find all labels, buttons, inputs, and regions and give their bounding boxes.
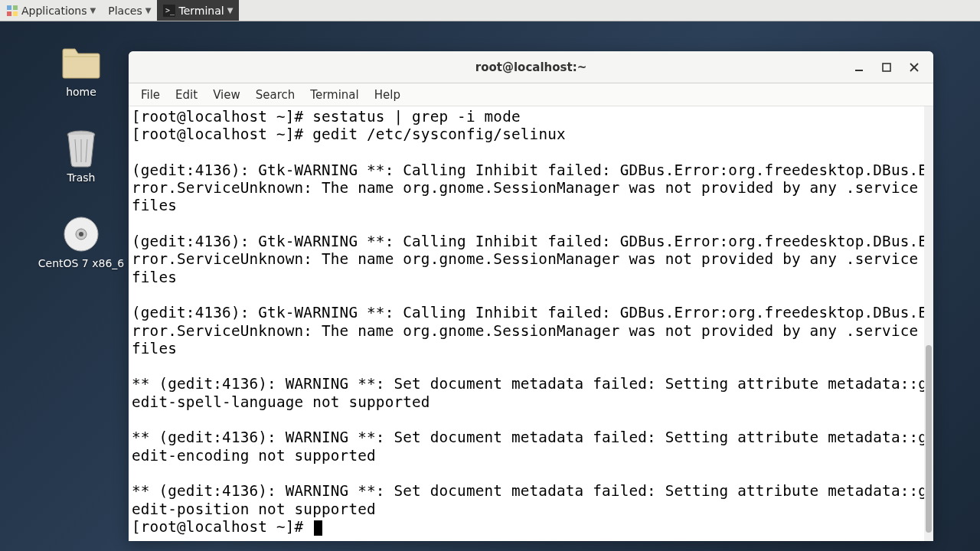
minimize-button[interactable]	[852, 60, 866, 74]
terminal-window: root@localhost:~ File Edit View Search T…	[129, 51, 933, 541]
chevron-down-icon: ▼	[90, 6, 96, 15]
applications-menu[interactable]: Applications ▼	[0, 0, 102, 21]
menu-search[interactable]: Search	[248, 85, 303, 105]
output-line: (gedit:4136): Gtk-WARNING **: Calling In…	[132, 304, 927, 357]
terminal-output[interactable]: [root@localhost ~]# sestatus | grep -i m…	[129, 106, 933, 541]
menu-help[interactable]: Help	[367, 85, 408, 105]
svg-text:>_: >_	[165, 6, 175, 15]
places-menu[interactable]: Places ▼	[102, 0, 157, 21]
desktop-icon-trash[interactable]: Trash	[35, 129, 127, 184]
desktop-icon-label: Trash	[35, 171, 127, 184]
scrollbar[interactable]	[924, 106, 933, 541]
window-controls	[852, 51, 929, 83]
desktop-icon-cd[interactable]: CentOS 7 x86_6	[28, 214, 135, 269]
top-panel: Applications ▼ Places ▼ >_ Terminal ▼	[0, 0, 980, 21]
svg-rect-13	[855, 70, 863, 71]
desktop-icon-label: home	[35, 86, 127, 98]
prompt: [root@localhost ~]#	[132, 518, 312, 536]
svg-rect-2	[7, 11, 11, 16]
output-line: (gedit:4136): Gtk-WARNING **: Calling In…	[132, 161, 927, 215]
svg-point-12	[79, 232, 83, 236]
output-line: (gedit:4136): Gtk-WARNING **: Calling In…	[132, 233, 927, 286]
places-label: Places	[108, 5, 142, 17]
desktop-icon-label: CentOS 7 x86_6	[28, 257, 135, 269]
desktop-icon-home[interactable]: home	[35, 43, 127, 98]
output-line: ** (gedit:4136): WARNING **: Set documen…	[132, 429, 927, 464]
disc-icon	[61, 214, 101, 254]
close-button[interactable]	[907, 60, 921, 74]
command-text: gedit /etc/sysconfig/selinux	[312, 126, 566, 143]
titlebar[interactable]: root@localhost:~	[129, 51, 933, 83]
chevron-down-icon: ▼	[227, 6, 234, 15]
apps-icon	[6, 5, 18, 17]
applications-label: Applications	[21, 5, 87, 17]
prompt: [root@localhost ~]#	[132, 108, 312, 126]
svg-rect-3	[13, 11, 18, 16]
trash-icon	[61, 129, 101, 168]
command-text: sestatus | grep -i mode	[312, 108, 521, 126]
chevron-down-icon: ▼	[145, 6, 152, 15]
svg-rect-14	[883, 64, 890, 71]
terminal-cursor	[314, 520, 322, 536]
menubar: File Edit View Search Terminal Help	[129, 83, 933, 106]
output-line: ** (gedit:4136): WARNING **: Set documen…	[132, 375, 927, 410]
menu-view[interactable]: View	[205, 85, 248, 105]
terminal-taskbar-item[interactable]: >_ Terminal ▼	[157, 0, 239, 21]
scrollbar-thumb[interactable]	[926, 345, 932, 532]
menu-edit[interactable]: Edit	[168, 85, 205, 105]
menu-terminal[interactable]: Terminal	[302, 85, 366, 105]
terminal-icon: >_	[163, 5, 175, 17]
prompt: [root@localhost ~]#	[132, 126, 312, 143]
folder-icon	[61, 43, 101, 83]
window-title: root@localhost:~	[475, 60, 586, 74]
terminal-taskbar-label: Terminal	[178, 5, 224, 17]
svg-rect-0	[7, 5, 11, 10]
svg-rect-1	[13, 5, 18, 10]
output-line: ** (gedit:4136): WARNING **: Set documen…	[132, 482, 927, 517]
maximize-button[interactable]	[880, 60, 893, 74]
menu-file[interactable]: File	[133, 85, 168, 105]
